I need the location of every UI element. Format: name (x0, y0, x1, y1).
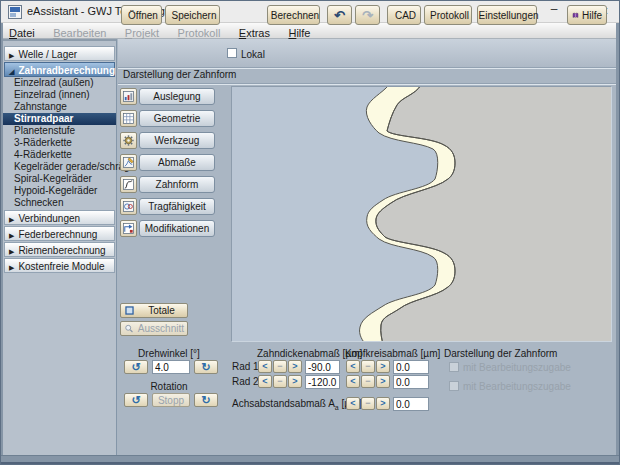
rad2-zahndicke-increase-button[interactable]: > (288, 375, 302, 388)
redo-button: ↷ (355, 5, 380, 25)
rad1-zahndicke-increase-button[interactable]: > (288, 360, 302, 373)
load-capacity-icon (122, 200, 135, 213)
sidebar-group-welle-lager[interactable]: ▶Welle / Lager (4, 46, 115, 61)
collapsed-arrow-icon: ▶ (9, 248, 14, 255)
lokal-checkbox[interactable] (227, 48, 237, 58)
tragfaehigkeit-icon-button[interactable] (120, 198, 137, 215)
rad1-kopfkreis-input[interactable] (393, 360, 429, 374)
sidebar-item-planetenstufe[interactable]: Planetenstufe (3, 125, 116, 137)
gear-mesh-drawing (232, 87, 611, 341)
decrease-icon: < (350, 361, 355, 371)
achsabstand-decrease-button[interactable]: < (346, 397, 360, 410)
rad2-zahndicke-input[interactable] (305, 375, 340, 389)
rad2-zahndicke-decrease-button[interactable]: < (258, 375, 272, 388)
sidebar-item-hypoid-kegelraeder[interactable]: Hypoid-Kegelräder (3, 185, 116, 197)
rad1-kopfkreis-decrease-button[interactable]: < (346, 360, 360, 373)
modification-arrow-icon (122, 222, 135, 235)
minimize-icon[interactable]: – (541, 1, 567, 22)
rad2-kopfkreis-decrease-button[interactable]: < (346, 375, 360, 388)
achsabstand-increase-button[interactable]: > (376, 397, 390, 410)
cad-button[interactable]: CAD (387, 5, 421, 25)
calculate-label: Berechnen (271, 10, 319, 21)
collapsed-arrow-icon: ▶ (9, 264, 14, 271)
sidebar-group-zahnradberechnung[interactable]: ◢Zahnradberechnung (4, 62, 115, 77)
sidebar-item-zahnstange[interactable]: Zahnstange (3, 101, 116, 113)
nav-abmasse-button[interactable]: Abmaße (139, 154, 215, 171)
nav-tragfaehigkeit-button[interactable]: Tragfähigkeit (139, 198, 215, 215)
minus-icon: − (365, 398, 370, 408)
protokoll-button[interactable]: Protokoll (424, 5, 472, 25)
full-view-icon (124, 305, 135, 316)
sidebar-item-einzelrad-innen[interactable]: Einzelrad (innen) (3, 89, 116, 101)
modifikationen-icon-button[interactable] (120, 220, 137, 237)
rad2-kopfkreis-increase-button[interactable]: > (376, 375, 390, 388)
sidebar-item-einzelrad-aussen[interactable]: Einzelrad (außen) (3, 77, 116, 89)
einstellungen-button[interactable]: Einstellungen (477, 5, 537, 25)
achsabstand-label: Achsabstandsabmaß Aa [µm] (232, 398, 361, 411)
rotate-cw-step-button[interactable]: ↻ (194, 360, 218, 374)
auslegung-icon-button[interactable] (120, 88, 137, 105)
hilfe-button[interactable]: Hilfe (567, 5, 607, 25)
redo-icon: ↷ (362, 9, 373, 22)
zoom-section-icon (124, 323, 134, 334)
save-button[interactable]: Speichern (165, 5, 220, 25)
nav-zahnform-button[interactable]: Zahnform (139, 176, 215, 193)
tooth-form-canvas[interactable] (231, 86, 612, 342)
help-book-icon (572, 9, 579, 22)
einstellungen-label: Einstellungen (478, 10, 538, 21)
decrease-icon: < (350, 376, 355, 386)
sidebar-item-spiral-kegelraeder[interactable]: Spiral-Kegelräder (3, 173, 116, 185)
zahnform-icon-button[interactable] (120, 176, 137, 193)
open-button[interactable]: Öffnen (121, 5, 162, 25)
menu-bar: Datei Bearbeiten Projekt Protokoll Extra… (2, 23, 620, 39)
rotate-cw-icon: ↻ (201, 394, 210, 406)
sidebar-group-riemenberechnung[interactable]: ▶Riemenberechnung (4, 242, 115, 257)
rad1-kopfkreis-reset-button: − (361, 360, 375, 373)
rotation-label: Rotation (120, 381, 218, 392)
nav-modifikationen-button[interactable]: Modifikationen (139, 220, 215, 237)
kopfkreis-header: Kopfkreisabmaß [µm] (345, 348, 440, 359)
rotate-ccw-icon: ↺ (131, 394, 140, 406)
nav-werkzeug-button[interactable]: Werkzeug (139, 132, 215, 149)
rotation-ccw-button[interactable]: ↺ (124, 393, 148, 407)
rotation-cw-button[interactable]: ↻ (194, 393, 218, 407)
sidebar-item-stirnradpaar[interactable]: Stirnradpaar (3, 113, 116, 125)
group-label: Federberechnung (18, 229, 97, 240)
totale-button[interactable]: Totale (120, 303, 188, 318)
group-label: Kostenfreie Module (18, 261, 104, 272)
sidebar-item-schnecken[interactable]: Schnecken (3, 197, 116, 209)
rad1-kopfkreis-increase-button[interactable]: > (376, 360, 390, 373)
rad1-zahndicke-decrease-button[interactable]: < (258, 360, 272, 373)
werkzeug-icon-button[interactable] (120, 132, 137, 149)
group-label: Zahnradberechnung (18, 65, 115, 76)
group-label: Riemenberechnung (18, 245, 105, 256)
expanded-arrow-icon: ◢ (9, 68, 14, 75)
sidebar-item-3-raederkette[interactable]: 3-Räderkette (3, 137, 116, 149)
decrease-icon: < (350, 398, 355, 408)
sidebar-group-federberechnung[interactable]: ▶Federberechnung (4, 226, 115, 241)
tooth-curve-icon (122, 178, 135, 191)
rad2-kopfkreis-input[interactable] (393, 375, 429, 389)
rad1-zahndicke-input[interactable] (305, 360, 340, 374)
bearbeitungszugabe1-label: mit Bearbeitungszugabe (463, 362, 571, 373)
drehwinkel-input[interactable] (152, 360, 190, 374)
undo-button[interactable]: ↶ (327, 5, 352, 25)
application-window: eAssistant - GWJ Technology GmbH – ▢ ✕ D… (0, 0, 620, 465)
sidebar-item-kegelraeder[interactable]: Kegelräder gerade/schräg (3, 161, 116, 173)
rotate-ccw-step-button[interactable]: ↺ (124, 360, 148, 374)
lokal-label: Lokal (241, 49, 265, 60)
bearbeitungszugabe2-label: mit Bearbeitungszugabe (463, 381, 571, 392)
sidebar-group-verbindungen[interactable]: ▶Verbindungen (4, 210, 115, 225)
minus-icon: − (365, 376, 370, 386)
bearbeitungszugabe2-checkbox (449, 381, 459, 391)
rad2-label: Rad 2 (232, 376, 259, 387)
sidebar-item-4-raederkette[interactable]: 4-Räderkette (3, 149, 116, 161)
caption-bar: Darstellung der Zahnform (118, 68, 618, 84)
sidebar-group-kostenfreie-module[interactable]: ▶Kostenfreie Module (4, 258, 115, 273)
nav-auslegung-button[interactable]: Auslegung (139, 88, 215, 105)
achsabstand-input[interactable] (393, 397, 429, 411)
abmasse-icon-button[interactable] (120, 154, 137, 171)
calculate-button[interactable]: Berechnen (267, 5, 320, 25)
geometrie-icon-button[interactable] (120, 110, 137, 127)
nav-geometrie-button[interactable]: Geometrie (139, 110, 215, 127)
